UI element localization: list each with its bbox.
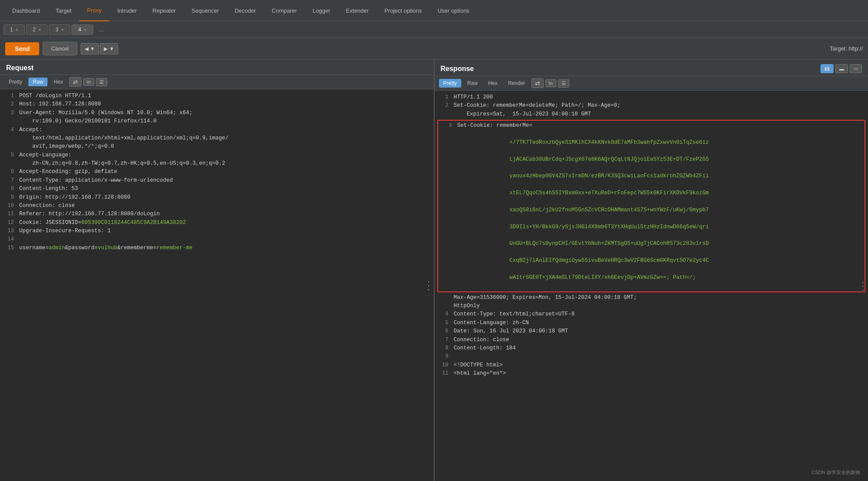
table-row: 7 Content-Type: application/x-www-form-u…	[0, 176, 434, 185]
nav-buttons: ◀ ▼ ▶ ▼	[81, 43, 118, 54]
response-tool-menu[interactable]: ☰	[558, 79, 569, 88]
main-content: Request Pretty Raw Hex ⇄ \n ☰ 1 POST /do…	[0, 60, 868, 481]
highlighted-cookie-box: 3 Set-Cookie: rememberMe= +/7TK7TedRoxzb…	[437, 120, 866, 292]
response-tab-raw[interactable]: Raw	[463, 79, 482, 88]
view-horizontal-button[interactable]: ▬	[835, 64, 848, 73]
request-panel: Request Pretty Raw Hex ⇄ \n ☰ 1 POST /do…	[0, 60, 435, 481]
view-single-button[interactable]: ▭	[850, 64, 862, 73]
request-tool-newline[interactable]: \n	[83, 78, 94, 86]
table-row: 10 <!DOCTYPE html>	[435, 361, 868, 369]
table-row: 10 Connection: close	[0, 202, 434, 210]
table-row: 7 Connection: close	[435, 336, 868, 344]
request-body: 1 POST /doLogin HTTP/1.1 2 Host: 192.168…	[0, 89, 434, 481]
response-dots-menu[interactable]: ···	[858, 280, 867, 291]
repeater-tabs: 1 × 2 × 3 × 4 × ...	[0, 21, 868, 38]
tab-1[interactable]: 1 ×	[3, 24, 25, 35]
nav-intruder[interactable]: Intruder	[109, 0, 145, 21]
tab-close-3[interactable]: ×	[61, 27, 64, 32]
table-row: 14	[0, 235, 434, 244]
table-row: 6 Accept-Encoding: gzip, deflate	[0, 168, 434, 176]
table-row: 3 User-Agent: Mozilla/5.0 (Windows NT 10…	[0, 109, 434, 126]
table-row: 12 Cookie: JSESSIONID=605390C0118244C485…	[0, 219, 434, 227]
table-row: 3 Set-Cookie: rememberMe= +/7TK7TedRoxzb…	[438, 122, 865, 291]
table-row: 11 <html lang="en">	[435, 369, 868, 378]
table-row: 4 Accept: text/html,application/xhtml+xm…	[0, 126, 434, 151]
response-body: 1 HTTP/1.1 200 2 Set-Cookie: rememberMe=…	[435, 91, 868, 481]
request-tool-menu[interactable]: ☰	[96, 78, 107, 86]
nav-target[interactable]: Target	[48, 0, 79, 21]
nav-sequencer[interactable]: Sequencer	[184, 0, 227, 21]
tab-2[interactable]: 2 ×	[26, 24, 48, 35]
table-row: 8 Content-Length: 184	[435, 344, 868, 352]
view-mode-buttons: ▮▮ ▬ ▭	[820, 64, 862, 73]
response-tab-hex[interactable]: Hex	[484, 79, 502, 88]
table-row: 9	[435, 352, 868, 361]
nav-comparer[interactable]: Comparer	[264, 0, 305, 21]
table-row: 2 Set-Cookie: rememberMe=deleteMe; Path=…	[435, 102, 868, 119]
table-row: 13 Upgrade-Insecure-Requests: 1	[0, 227, 434, 235]
response-panel: Response ▮▮ ▬ ▭ Pretty Raw Hex Render ⇄ …	[435, 60, 868, 481]
table-row: Max-Age=31536000; Expires=Mon, 15-Jul-20…	[435, 294, 868, 302]
request-code-area[interactable]: 1 POST /doLogin HTTP/1.1 2 Host: 192.168…	[0, 89, 434, 481]
view-split-button[interactable]: ▮▮	[820, 64, 834, 73]
tab-more[interactable]: ...	[95, 24, 108, 34]
nav-extender[interactable]: Extender	[338, 0, 377, 21]
table-row: 1 POST /doLogin HTTP/1.1	[0, 92, 434, 100]
tab-4[interactable]: 4 ×	[71, 24, 93, 35]
table-row: 6 Date: Sun, 16 Jul 2023 04:00:18 GMT	[435, 327, 868, 335]
response-header: Response ▮▮ ▬ ▭	[435, 60, 868, 76]
table-row: 15 username=admin&password=vulhub&rememb…	[0, 244, 434, 252]
nav-back-button[interactable]: ◀ ▼	[81, 43, 99, 54]
response-toolbar: Pretty Raw Hex Render ⇄ \n ☰	[435, 76, 868, 91]
table-row: 8 Content-Length: 53	[0, 185, 434, 193]
table-row: 1 HTTP/1.1 200	[435, 93, 868, 102]
tab-close-1[interactable]: ×	[16, 27, 18, 32]
top-navigation: Dashboard Target Proxy Intruder Repeater…	[0, 0, 868, 21]
nav-project-options[interactable]: Project options	[377, 0, 430, 21]
target-label: Target: http://	[830, 45, 863, 52]
request-header: Request	[0, 60, 434, 75]
cancel-button[interactable]: Cancel	[43, 42, 77, 55]
request-toolbar: Pretty Raw Hex ⇄ \n ☰	[0, 75, 434, 89]
request-tab-raw[interactable]: Raw	[28, 78, 48, 86]
response-code-area[interactable]: 1 HTTP/1.1 200 2 Set-Cookie: rememberMe=…	[435, 91, 868, 481]
tab-3[interactable]: 3 ×	[49, 24, 70, 35]
nav-forward-button[interactable]: ▶ ▼	[100, 43, 118, 54]
response-tab-render[interactable]: Render	[504, 79, 529, 88]
table-row: 5 Content-Language: zh-CN	[435, 319, 868, 327]
tab-close-2[interactable]: ×	[38, 27, 41, 32]
request-tab-pretty[interactable]: Pretty	[4, 78, 27, 86]
nav-proxy[interactable]: Proxy	[79, 0, 109, 21]
request-tab-hex[interactable]: Hex	[49, 78, 67, 86]
table-row: 5 Accept-Language: zh-CN,zh;q=0.8,zh-TW;…	[0, 151, 434, 168]
table-row: 9 Origin: http://192.168.77.128:8080	[0, 193, 434, 202]
table-row: HttpOnly	[435, 302, 868, 310]
nav-user-options[interactable]: User options	[430, 0, 477, 21]
table-row: 4 Content-Type: text/html;charset=UTF-8	[435, 310, 868, 318]
tab-close-4[interactable]: ×	[84, 27, 86, 32]
nav-decoder[interactable]: Decoder	[227, 0, 264, 21]
nav-dashboard[interactable]: Dashboard	[4, 0, 48, 21]
response-tab-pretty[interactable]: Pretty	[439, 79, 461, 88]
request-dots-menu[interactable]: ···	[424, 279, 433, 291]
table-row: 2 Host: 192.168.77.128:8080	[0, 100, 434, 108]
request-tool-filter[interactable]: ⇄	[69, 77, 82, 87]
repeater-toolbar: Send Cancel ◀ ▼ ▶ ▼ Target: http://	[0, 38, 868, 60]
watermark: CSDN @学安全的废物	[812, 469, 860, 476]
nav-logger[interactable]: Logger	[305, 0, 338, 21]
send-button[interactable]: Send	[5, 42, 39, 55]
nav-repeater[interactable]: Repeater	[145, 0, 184, 21]
response-tool-newline[interactable]: \n	[545, 79, 556, 87]
table-row: 11 Referer: http://192.168.77.128:8080/d…	[0, 210, 434, 218]
response-tool-filter[interactable]: ⇄	[531, 78, 544, 88]
